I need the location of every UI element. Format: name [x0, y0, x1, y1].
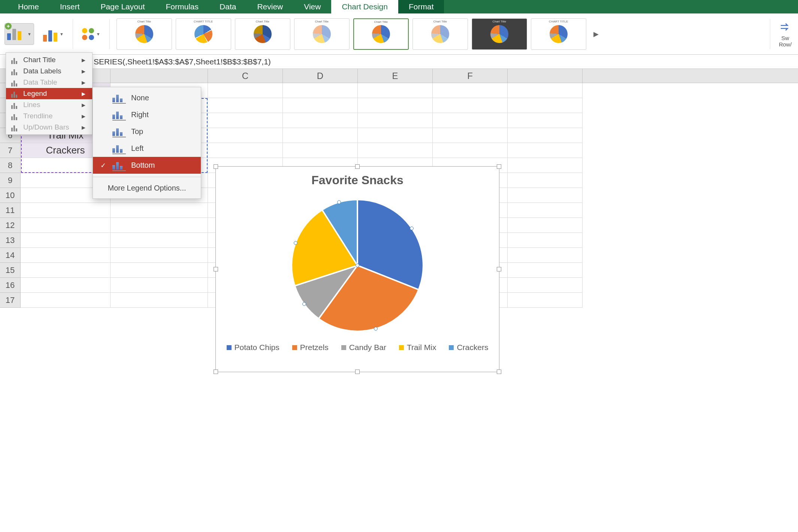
legend-option-bottom[interactable]: ✓Bottom: [93, 157, 201, 174]
cell[interactable]: [21, 233, 111, 248]
col-header-c[interactable]: C: [208, 69, 283, 83]
add-chart-element-button[interactable]: + ▼: [4, 23, 34, 45]
cell[interactable]: [508, 98, 583, 113]
resize-handle[interactable]: [497, 370, 501, 374]
row-header[interactable]: 9: [0, 173, 21, 188]
legend-item[interactable]: Trail Mix: [399, 343, 436, 352]
col-header-g[interactable]: [508, 69, 583, 83]
cell[interactable]: [508, 113, 583, 128]
tab-data[interactable]: Data: [209, 0, 247, 13]
switch-row-column-button[interactable]: Sw Row/: [777, 20, 794, 48]
legend-option-left[interactable]: Left: [93, 140, 201, 157]
gallery-more-button[interactable]: ▶: [590, 30, 602, 38]
resize-handle[interactable]: [355, 164, 360, 169]
cell[interactable]: [433, 143, 508, 158]
menu-item-data-labels[interactable]: Data Labels▶: [6, 66, 92, 77]
cell[interactable]: [508, 83, 583, 98]
cell[interactable]: [358, 83, 433, 98]
row-header[interactable]: 13: [0, 233, 21, 248]
cell[interactable]: [208, 143, 283, 158]
cell[interactable]: [358, 143, 433, 158]
row-header[interactable]: 15: [0, 263, 21, 278]
data-point-handle[interactable]: [374, 327, 378, 331]
cell[interactable]: [208, 113, 283, 128]
legend-option-top[interactable]: Top: [93, 123, 201, 140]
row-header[interactable]: 16: [0, 278, 21, 293]
row-header[interactable]: 17: [0, 293, 21, 308]
chart-style-2[interactable]: CHART TITLE: [176, 18, 231, 50]
data-point-handle[interactable]: [294, 241, 297, 245]
cell[interactable]: [358, 128, 433, 143]
legend-item[interactable]: Pretzels: [292, 343, 329, 352]
cell[interactable]: [508, 293, 583, 308]
row-header[interactable]: 14: [0, 248, 21, 263]
cell[interactable]: [21, 263, 111, 278]
cell[interactable]: [21, 293, 111, 308]
quick-layout-button[interactable]: ▼: [41, 25, 66, 43]
cell[interactable]: [283, 143, 358, 158]
cell[interactable]: [508, 233, 583, 248]
chart-style-7[interactable]: Chart Title: [472, 18, 527, 50]
col-header-d[interactable]: D: [283, 69, 358, 83]
legend-option-none[interactable]: None: [93, 89, 201, 106]
cell[interactable]: [111, 233, 208, 248]
data-point-handle[interactable]: [302, 302, 306, 306]
legend-item[interactable]: Crackers: [449, 343, 488, 352]
cell[interactable]: [433, 83, 508, 98]
chart-style-4[interactable]: Chart Title: [294, 18, 350, 50]
legend-item[interactable]: Candy Bar: [341, 343, 386, 352]
legend-option-right[interactable]: Right: [93, 106, 201, 123]
cell[interactable]: [508, 248, 583, 263]
pie-chart[interactable]: [288, 196, 427, 335]
chart-style-1[interactable]: Chart Title: [117, 18, 172, 50]
resize-handle[interactable]: [214, 164, 218, 169]
cell[interactable]: [433, 113, 508, 128]
tab-page-layout[interactable]: Page Layout: [90, 0, 155, 13]
col-header-f[interactable]: F: [433, 69, 508, 83]
cell[interactable]: [208, 128, 283, 143]
resize-handle[interactable]: [355, 370, 360, 374]
cell[interactable]: [508, 188, 583, 203]
cell[interactable]: [358, 98, 433, 113]
chart-legend[interactable]: Potato ChipsPretzelsCandy BarTrail MixCr…: [216, 343, 499, 352]
cell[interactable]: [283, 98, 358, 113]
col-header-e[interactable]: E: [358, 69, 433, 83]
cell[interactable]: [111, 203, 208, 218]
tab-formulas[interactable]: Formulas: [155, 0, 209, 13]
chart-style-3[interactable]: Chart Title: [235, 18, 290, 50]
chart-style-5[interactable]: Chart Title: [353, 18, 409, 50]
cell[interactable]: [111, 278, 208, 293]
data-point-handle[interactable]: [410, 227, 414, 230]
cell[interactable]: [508, 143, 583, 158]
cell[interactable]: [21, 278, 111, 293]
resize-handle[interactable]: [497, 164, 501, 169]
cell[interactable]: [111, 263, 208, 278]
cell[interactable]: [508, 173, 583, 188]
cell[interactable]: [358, 113, 433, 128]
row-header[interactable]: 7: [0, 143, 21, 158]
tab-insert[interactable]: Insert: [49, 0, 90, 13]
tab-chart-design[interactable]: Chart Design: [331, 0, 398, 13]
cell[interactable]: [433, 98, 508, 113]
menu-item-chart-title[interactable]: Chart Title▶: [6, 54, 92, 66]
cell[interactable]: [111, 293, 208, 308]
chart-title[interactable]: Favorite Snacks: [216, 173, 499, 187]
tab-view[interactable]: View: [293, 0, 331, 13]
col-header-b[interactable]: [111, 69, 208, 83]
change-colors-button[interactable]: ▼: [80, 27, 103, 42]
cell[interactable]: [283, 83, 358, 98]
cell[interactable]: [208, 98, 283, 113]
row-header[interactable]: 8: [0, 158, 21, 173]
cell[interactable]: [508, 128, 583, 143]
formula-bar[interactable]: SERIES(,Sheet1!$A$3:$A$7,Sheet1!$B$3:$B$…: [0, 55, 798, 69]
cell[interactable]: [21, 218, 111, 233]
row-header[interactable]: 11: [0, 203, 21, 218]
resize-handle[interactable]: [497, 267, 501, 271]
resize-handle[interactable]: [214, 267, 218, 271]
chart-style-6[interactable]: Chart Title: [412, 18, 468, 50]
chart-style-8[interactable]: CHART TITLE: [531, 18, 586, 50]
row-header[interactable]: 12: [0, 218, 21, 233]
data-point-handle[interactable]: [356, 264, 359, 267]
cell[interactable]: [508, 263, 583, 278]
cell[interactable]: [111, 248, 208, 263]
